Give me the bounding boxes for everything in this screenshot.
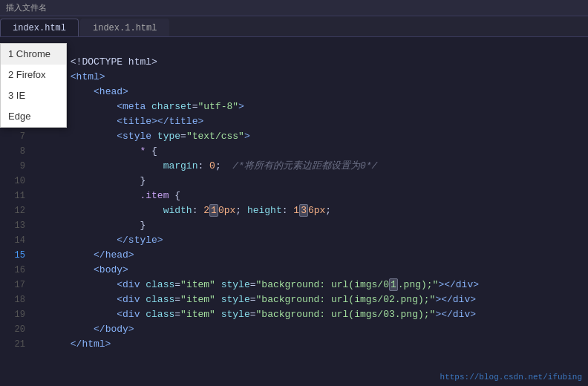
line-num-19: 19 — [0, 307, 25, 322]
dropdown-item-edge[interactable]: Edge — [1, 106, 66, 127]
code-line-1: <!DOCTYPE html> — [36, 40, 582, 55]
dropdown-item-firefox[interactable]: 2 Firefox — [1, 65, 66, 85]
editor: 1 Chrome 2 Firefox 3 IE Edge 1 2 −3 4 5 … — [0, 37, 588, 386]
line-num-17: 17 — [0, 278, 25, 292]
tab-index-1-html[interactable]: index.1.html — [80, 19, 169, 36]
line-num-7: 7 — [0, 129, 25, 144]
line-num-11: 11 — [0, 189, 25, 203]
line-num-21: 21 — [0, 337, 25, 352]
line-num-10: 10 — [0, 174, 25, 189]
dropdown-item-chrome[interactable]: 1 Chrome — [1, 44, 66, 65]
tab-index-html[interactable]: index.html — [0, 19, 79, 36]
code-line-21 — [36, 337, 582, 352]
dropdown-item-ie[interactable]: 3 IE — [1, 85, 66, 106]
line-num-18: 18 — [0, 292, 25, 307]
code-line-3: <head> — [36, 70, 582, 85]
line-num-12: 12 — [0, 203, 25, 218]
watermark: https://blog.csdn.net/ifubing — [440, 373, 582, 382]
title-bar: 插入文件名 — [0, 0, 588, 16]
tab-bar: index.html index.1.html — [0, 16, 588, 37]
line-num-9: 9 — [0, 159, 25, 174]
browser-dropdown-menu: 1 Chrome 2 Firefox 3 IE Edge — [0, 43, 67, 128]
line-num-8: 8 — [0, 144, 25, 159]
line-num-20: 20 — [0, 322, 25, 337]
line-num-14: 14 — [0, 233, 25, 248]
line-num-16: 16 — [0, 263, 25, 278]
line-num-13: 13 — [0, 218, 25, 233]
code-area[interactable]: <!DOCTYPE html> <html> <head> <meta char… — [30, 37, 588, 386]
title-text: 插入文件名 — [6, 2, 47, 13]
line-num-15: −15 — [0, 248, 25, 263]
